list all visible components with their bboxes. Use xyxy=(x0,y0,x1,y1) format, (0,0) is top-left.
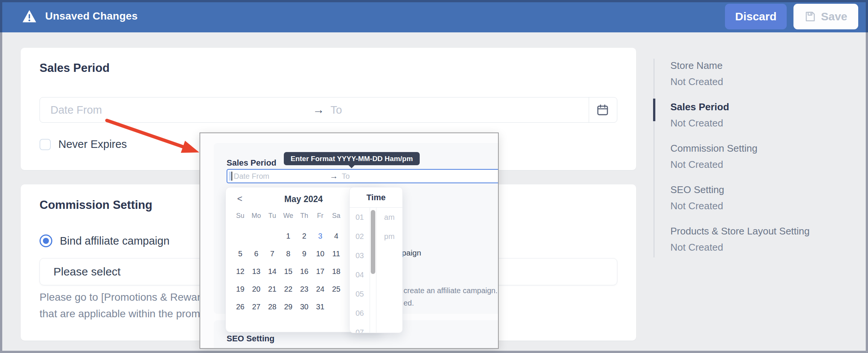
never-expires-label: Never Expires xyxy=(58,138,127,151)
mini-date-to-placeholder: To xyxy=(342,172,350,181)
hour-option[interactable]: 01 xyxy=(350,208,370,227)
day-cell[interactable]: 21 xyxy=(264,280,280,298)
day-cell[interactable]: 31 xyxy=(312,298,329,316)
mini-range-middle: → To xyxy=(330,171,350,181)
hour-option[interactable]: 07 xyxy=(350,323,370,333)
day-cell[interactable]: 6 xyxy=(248,245,265,263)
day-cell[interactable]: 30 xyxy=(296,298,312,316)
bind-affiliate-label: Bind affiliate campaign xyxy=(60,235,169,247)
hour-list: 01 02 03 04 05 06 07 xyxy=(350,208,370,333)
weekday: Sa xyxy=(328,211,344,221)
day-cell[interactable]: 12 xyxy=(232,263,248,280)
weekday: Tu xyxy=(264,211,280,221)
day-cell[interactable]: 15 xyxy=(280,263,297,280)
day-cell[interactable]: 2 xyxy=(296,227,312,245)
status-badge: Not Created xyxy=(670,76,864,88)
day-cell[interactable]: 28 xyxy=(264,298,280,316)
day-cell[interactable]: 4 xyxy=(328,227,344,245)
weekday: Mo xyxy=(248,211,265,221)
nav-item-seo-setting[interactable]: SEO Setting Not Created xyxy=(653,181,864,222)
page: Unsaved Changes Discard Save Sales Perio… xyxy=(0,0,868,353)
day-cell[interactable]: 25 xyxy=(328,280,344,298)
day-cell[interactable]: 26 xyxy=(232,298,248,316)
calendar-icon xyxy=(596,103,609,116)
weekday: We xyxy=(280,211,297,221)
date-range-input[interactable]: Date From → To xyxy=(40,97,617,123)
empty-cell xyxy=(232,227,248,245)
nav-item-products-store-layout[interactable]: Products & Store Layout Setting Not Crea… xyxy=(653,222,864,263)
weekday: Fr xyxy=(312,211,329,221)
nav-label: Products & Store Layout Setting xyxy=(670,225,864,237)
day-cell-today[interactable]: 3 xyxy=(312,227,329,245)
day-cell[interactable]: 7 xyxy=(264,245,280,263)
nav-label: Store Name xyxy=(670,59,864,72)
discard-button[interactable]: Discard xyxy=(725,4,787,29)
status-badge: Not Created xyxy=(670,159,864,170)
day-cell[interactable]: 14 xyxy=(264,263,280,280)
date-range-middle: → To xyxy=(313,103,342,117)
settings-progress-nav: Store Name Not Created Sales Period Not … xyxy=(653,56,864,263)
hour-option[interactable]: 05 xyxy=(350,285,370,304)
weekday-header: Su Mo Tu We Th Fr Sa xyxy=(232,211,344,221)
day-cell[interactable]: 29 xyxy=(280,298,297,316)
unsaved-changes-bar: Unsaved Changes Discard Save xyxy=(0,0,868,32)
nav-label: SEO Setting xyxy=(670,184,864,196)
day-cell[interactable]: 1 xyxy=(280,227,297,245)
hour-option[interactable]: 02 xyxy=(350,227,370,246)
mini-date-from-placeholder: Date From xyxy=(234,172,269,181)
format-tooltip: Enter Format YYYY-MM-DD Ham/pm xyxy=(284,152,420,165)
day-cell[interactable]: 9 xyxy=(296,245,312,263)
never-expires-checkbox[interactable] xyxy=(40,139,51,150)
day-cell[interactable]: 13 xyxy=(248,263,265,280)
calendar-picker-button[interactable] xyxy=(588,97,617,122)
day-cell[interactable]: 18 xyxy=(328,263,344,280)
empty-cell xyxy=(248,227,265,245)
zoom-popup: Sales Period Bind affiliate campaign cre… xyxy=(199,132,499,349)
nav-item-sales-period[interactable]: Sales Period Not Created xyxy=(653,98,864,139)
nav-item-commission-setting[interactable]: Commission Setting Not Created xyxy=(653,139,864,181)
time-panel: Time 01 02 03 04 05 06 07 am pm xyxy=(349,187,403,333)
day-cell[interactable]: 27 xyxy=(248,298,265,316)
topbar-actions: Discard Save xyxy=(725,4,858,29)
day-cell[interactable]: 17 xyxy=(312,263,329,280)
mini-help-fragment-1: create an affiliate campaign. Only xyxy=(404,286,499,295)
sales-period-title: Sales Period xyxy=(40,61,110,75)
bind-affiliate-radio[interactable] xyxy=(40,234,52,247)
mini-date-range-input[interactable]: Date From → To xyxy=(227,169,499,183)
bind-affiliate-campaign-row[interactable]: Bind affiliate campaign xyxy=(40,234,169,247)
warning-icon xyxy=(22,9,37,23)
day-cell[interactable]: 16 xyxy=(296,263,312,280)
hour-option[interactable]: 03 xyxy=(350,246,370,265)
text-caret xyxy=(231,172,232,181)
commission-setting-title: Commission Setting xyxy=(40,198,152,212)
day-cell[interactable]: 8 xyxy=(280,245,297,263)
pm-option[interactable]: pm xyxy=(376,227,402,246)
hour-option[interactable]: 06 xyxy=(350,304,370,323)
nav-label: Commission Setting xyxy=(670,142,864,154)
day-cell[interactable]: 5 xyxy=(232,245,248,263)
day-cell[interactable]: 20 xyxy=(248,280,265,298)
empty-cell xyxy=(328,298,344,316)
mini-seo-title: SEO Setting xyxy=(227,334,274,344)
save-button[interactable]: Save xyxy=(793,4,858,29)
warning-area: Unsaved Changes xyxy=(22,9,138,23)
never-expires-row[interactable]: Never Expires xyxy=(40,138,127,151)
time-panel-title: Time xyxy=(350,187,402,208)
date-from-placeholder: Date From xyxy=(50,104,102,116)
day-cell[interactable]: 24 xyxy=(312,280,329,298)
day-cell[interactable]: 22 xyxy=(280,280,297,298)
day-cell[interactable]: 23 xyxy=(296,280,312,298)
mini-range-arrow-icon: → xyxy=(330,171,338,181)
range-arrow-icon: → xyxy=(313,103,324,117)
day-cell[interactable]: 11 xyxy=(328,245,344,263)
status-badge: Not Created xyxy=(670,242,864,253)
campaign-select-placeholder: Please select xyxy=(53,265,120,278)
am-option[interactable]: am xyxy=(376,208,402,227)
save-floppy-icon xyxy=(804,11,816,22)
day-cell[interactable]: 19 xyxy=(232,280,248,298)
day-cell[interactable]: 10 xyxy=(312,245,329,263)
time-panel-body: 01 02 03 04 05 06 07 am pm xyxy=(350,208,402,333)
scrollbar-thumb[interactable] xyxy=(371,210,375,274)
hour-option[interactable]: 04 xyxy=(350,265,370,285)
nav-item-store-name[interactable]: Store Name Not Created xyxy=(653,56,864,98)
